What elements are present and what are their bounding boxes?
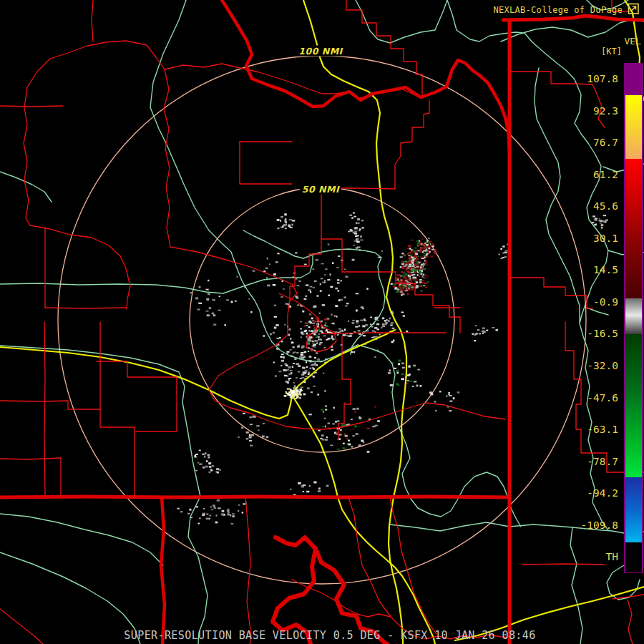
echo-speckle <box>426 253 429 255</box>
echo-speckle <box>335 421 337 423</box>
echo-speckle <box>187 513 190 514</box>
echo-speckle <box>412 265 415 268</box>
echo-speckle <box>208 280 209 281</box>
echo-speckle <box>592 215 595 217</box>
echo-speckle <box>409 258 411 259</box>
echo-speckle <box>411 288 414 291</box>
nexlab-brand-link[interactable]: NEXLAB-College of DuPage <box>493 5 623 15</box>
echo-speckle <box>391 341 394 343</box>
echo-speckle <box>294 394 297 396</box>
echo-speckle <box>287 369 289 371</box>
echo-speckle <box>293 351 296 353</box>
echo-speckle <box>301 386 303 388</box>
echo-speckle <box>388 372 391 374</box>
echo-speckle <box>322 426 324 427</box>
echo-speckle <box>258 429 259 431</box>
echo-speckle <box>502 257 504 258</box>
echo-speckle <box>325 426 326 427</box>
county-line <box>245 497 251 644</box>
echo-speckle <box>414 259 417 261</box>
echo-speckle <box>298 280 301 282</box>
county-line <box>164 69 170 247</box>
echo-speckle <box>337 279 339 281</box>
echo-speckle <box>343 402 346 404</box>
echo-speckle <box>337 334 339 336</box>
colorbar-tick: -16.5 <box>587 328 618 339</box>
echo-speckle <box>408 265 411 267</box>
echo-speckle <box>396 370 399 371</box>
echo-speckle <box>316 259 318 261</box>
echo-speckle <box>212 465 215 467</box>
echo-speckle <box>421 273 423 275</box>
echo-speckle <box>408 271 410 273</box>
echo-speckle <box>205 289 208 291</box>
echo-speckle <box>423 263 424 264</box>
echo-speckle <box>332 338 335 341</box>
echo-speckle <box>208 462 211 464</box>
echo-speckle <box>345 435 348 437</box>
echo-speckle <box>293 387 296 389</box>
echo-speckle <box>293 346 295 348</box>
echo-speckle <box>215 522 218 524</box>
echo-speckle <box>307 323 310 324</box>
echo-speckle <box>602 220 605 223</box>
echo-speckle <box>235 300 237 302</box>
colorbar-tick: 61.2 <box>593 169 618 180</box>
echo-speckle <box>367 451 370 453</box>
echo-speckle <box>364 320 366 321</box>
echo-speckle <box>416 385 419 387</box>
echo-speckle <box>339 434 342 436</box>
echo-speckle <box>290 489 291 490</box>
echo-speckle <box>327 279 330 280</box>
velocity-colorbar <box>624 63 643 573</box>
echo-speckle <box>301 321 302 323</box>
echo-speckle <box>363 441 364 443</box>
echo-speckle <box>472 333 474 335</box>
echo-speckle <box>424 247 426 248</box>
echo-speckle <box>345 306 348 307</box>
echo-speckle <box>407 380 409 381</box>
echo-speckle <box>492 327 494 328</box>
echo-speckle <box>409 288 410 289</box>
echo-speckle <box>228 512 230 514</box>
echo-speckle <box>426 251 429 253</box>
echo-speckle <box>263 423 265 424</box>
echo-speckle <box>308 330 310 331</box>
echo-speckle <box>406 288 408 291</box>
echo-speckle <box>198 523 200 525</box>
echo-speckle <box>346 438 348 439</box>
river-line <box>535 68 580 322</box>
echo-speckle <box>197 308 200 310</box>
echo-speckle <box>286 391 287 393</box>
echo-speckle <box>273 284 275 286</box>
echo-speckle <box>504 256 507 258</box>
echo-speckle <box>401 275 404 277</box>
echo-speckle <box>446 396 448 397</box>
echo-speckle <box>202 454 205 455</box>
echo-speckle <box>195 470 197 472</box>
echo-speckle <box>313 376 315 378</box>
echo-speckle <box>287 351 290 353</box>
county-line <box>24 59 50 225</box>
echo-speckle <box>426 281 429 283</box>
echo-speckle <box>384 323 386 326</box>
echo-speckle <box>411 272 414 273</box>
echo-speckle <box>372 331 375 332</box>
echo-speckle <box>426 240 428 243</box>
echo-speckle <box>324 390 326 392</box>
echo-speckle <box>358 325 360 326</box>
echo-speckle <box>273 362 275 364</box>
echo-speckle <box>404 254 406 255</box>
echo-speckle <box>397 274 400 276</box>
echo-speckle <box>306 325 308 326</box>
echo-speckle <box>435 410 436 412</box>
echo-speckle <box>355 326 358 328</box>
echo-speckle <box>253 416 256 418</box>
echo-speckle <box>290 370 293 371</box>
echo-speckle <box>416 268 419 269</box>
echo-speckle <box>199 450 201 452</box>
echo-speckle <box>284 364 287 365</box>
echo-speckle <box>270 333 272 336</box>
echo-speckle <box>408 283 411 285</box>
echo-speckle <box>398 360 401 362</box>
